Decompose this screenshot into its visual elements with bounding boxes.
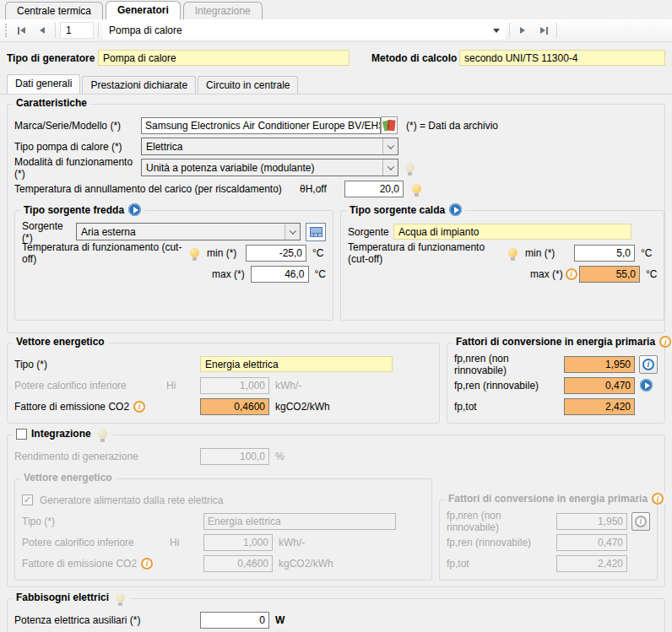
fattori-conversione-groupbox: Fattori di conversione in energia primar… — [447, 343, 665, 424]
generator-selector-value: Pompa di calore — [109, 24, 182, 36]
subtab-dati-generali[interactable]: Dati generali — [7, 74, 80, 94]
first-record-icon — [18, 27, 19, 35]
max-calda-unit: °C — [646, 268, 657, 280]
tipo-vettore2-label: Tipo (*) — [22, 516, 170, 527]
min-fredda-unit: °C — [312, 247, 323, 259]
info-icon[interactable]: i — [566, 268, 577, 280]
previous-record-icon — [40, 27, 45, 34]
hint-bulb-icon[interactable] — [190, 248, 199, 257]
archive-books-button[interactable] — [381, 116, 398, 134]
co2-field[interactable]: 0,4600 — [200, 398, 269, 415]
sorgente-fredda-combo[interactable]: Aria esterna — [76, 223, 301, 240]
caratteristiche-title: Caratteristiche — [13, 97, 90, 109]
potere-calorifico-unit: kWh/- — [275, 380, 301, 392]
toolbar-separator — [556, 23, 557, 38]
info-button[interactable]: i — [639, 355, 658, 374]
subtab-circuito-in-centrale[interactable]: Circuito in centrale — [198, 76, 298, 94]
min-calda-field[interactable]: 5,0 — [574, 245, 635, 262]
last-record-icon-bar — [546, 27, 548, 35]
min-calda-label: min (*) — [525, 247, 574, 259]
max-fredda-unit: °C — [315, 268, 326, 280]
cutoff-calda-label: Temperatura di funzionamento (cut-off) — [348, 241, 506, 265]
tipo-pompa-combo[interactable]: Elettrica — [141, 138, 398, 155]
vettore-energetico-groupbox: Vettore energetico Tipo (*) Energia elet… — [7, 343, 440, 424]
modalita-value: Unità a potenza variabile (modulante) — [146, 162, 314, 174]
chevron-down-icon — [493, 29, 500, 33]
rendimento-field: 100,0 — [200, 448, 269, 465]
integrazione-groupbox: Integrazione Rendimento di generazione 1… — [7, 435, 665, 587]
co2-2-unit: kgCO2/kWh — [279, 558, 333, 570]
sorgente-fredda-groupbox: Tipo sorgente fredda Sorgente (*) Aria e… — [14, 210, 333, 321]
tab-centrale-termica[interactable]: Centrale termica — [5, 2, 103, 19]
integrazione-vettore-title: Vettore energetico — [20, 472, 116, 483]
tipo-pompa-label: Tipo pompa di calore (*) — [14, 141, 141, 153]
calculator-button[interactable] — [306, 223, 326, 241]
info-icon[interactable]: i — [133, 401, 145, 413]
tipo-vettore2-field: Energia elettrica — [203, 513, 396, 530]
integrazione-fattori-title: Fattori di conversione in energia primar… — [448, 493, 648, 505]
next-record-icon — [520, 27, 525, 34]
play-help-icon[interactable] — [640, 379, 653, 392]
tab-generatori[interactable]: Generatori — [106, 1, 181, 19]
subtab-prestazioni-dichiarate[interactable]: Prestazioni dichiarate — [82, 76, 196, 94]
tipo-generatore-field: Pompa di calore — [98, 50, 350, 66]
sorgente-calda-title: Tipo sorgente calda — [350, 204, 445, 216]
co2-unit: kgCO2/kWh — [275, 401, 330, 413]
co2-label: Fattore di emissione CO2 — [14, 401, 129, 413]
hint-bulb-icon[interactable] — [98, 429, 107, 439]
play-help-icon[interactable] — [128, 203, 141, 216]
caratteristiche-groupbox: Caratteristiche Marca/Serie/Modello (*) … — [7, 104, 665, 333]
hint-bulb-icon[interactable] — [405, 163, 415, 172]
generator-header: Tipo di generatore Pompa di calore Metod… — [0, 42, 672, 72]
hint-bulb-icon[interactable] — [508, 248, 518, 257]
marca-field[interactable]: Samsung Electronics Air Conditioner Euro… — [141, 117, 381, 134]
record-number-input[interactable]: 1 — [60, 22, 94, 39]
tab-integrazione: Integrazione — [183, 2, 263, 19]
hint-bulb-icon[interactable] — [412, 184, 421, 193]
chevron-down-icon — [382, 159, 398, 176]
temp-annullamento-label: Temperatura di annullamento del carico (… — [14, 183, 300, 195]
fp-ren-field: 0,470 — [564, 377, 635, 394]
sorgente-calda-label: Sorgente — [348, 226, 393, 238]
max-calda-field[interactable]: 55,0 — [579, 266, 640, 283]
fp-tot2-label: fp,tot — [447, 558, 556, 570]
hint-bulb-icon[interactable] — [116, 593, 125, 602]
play-help-icon[interactable] — [449, 203, 462, 216]
potere-calorifico2-label: Potere calorifico inferiore — [22, 537, 170, 548]
generator-selector-combo[interactable]: Pompa di calore — [103, 21, 505, 40]
next-record-button[interactable] — [514, 22, 531, 39]
sorgente-calda-field: Acqua di impianto — [393, 224, 631, 240]
max-fredda-label: max (*) — [212, 268, 251, 280]
integrazione-checkbox[interactable] — [16, 429, 27, 440]
min-fredda-field[interactable]: -25,0 — [246, 245, 306, 262]
last-record-button[interactable] — [535, 22, 552, 39]
potenza-ausiliari-label: Potenza elettrica ausiliari (*) — [14, 614, 200, 626]
previous-record-button[interactable] — [34, 22, 51, 39]
tab-page-divider — [0, 94, 672, 95]
modalita-combo[interactable]: Unità a potenza variabile (modulante) — [141, 159, 398, 176]
tipo-generatore-label: Tipo di generatore — [7, 52, 98, 64]
co2-2-field: 0,4600 — [203, 555, 273, 572]
co2-2-label: Fattore di emissione CO2 — [22, 558, 137, 570]
sorgente-fredda-label: Sorgente (*) — [22, 220, 76, 244]
potenza-ausiliari-field[interactable]: 0 — [200, 612, 269, 629]
hi2-label: Hi — [170, 537, 203, 548]
fp-tot-label: fp,tot — [454, 401, 564, 413]
info-icon[interactable]: i — [659, 336, 671, 348]
last-record-icon — [540, 27, 545, 34]
first-record-button[interactable] — [13, 22, 30, 39]
modalita-label: Modalità di funzionamento (*) — [14, 156, 141, 180]
theta-h-off-field[interactable]: 20,0 — [344, 181, 404, 197]
info-icon[interactable]: i — [141, 558, 153, 570]
sorgente-fredda-value: Aria esterna — [81, 226, 136, 238]
rendimento-label: Rendimento di generazione — [14, 451, 200, 462]
toolbar-separator — [55, 23, 56, 38]
max-fredda-field[interactable]: 46,0 — [251, 266, 309, 283]
fp-ren2-field: 0,470 — [556, 534, 627, 551]
fp-nren-label: fp,nren (non rinnovabile) — [454, 353, 564, 376]
archive-book-icon-front — [387, 120, 395, 132]
potere-calorifico-field: 1,000 — [200, 377, 269, 394]
fp-nren2-field: 1,950 — [556, 513, 627, 530]
metodo-calcolo-label: Metodo di calcolo — [371, 52, 459, 64]
chevron-down-icon — [382, 138, 398, 154]
